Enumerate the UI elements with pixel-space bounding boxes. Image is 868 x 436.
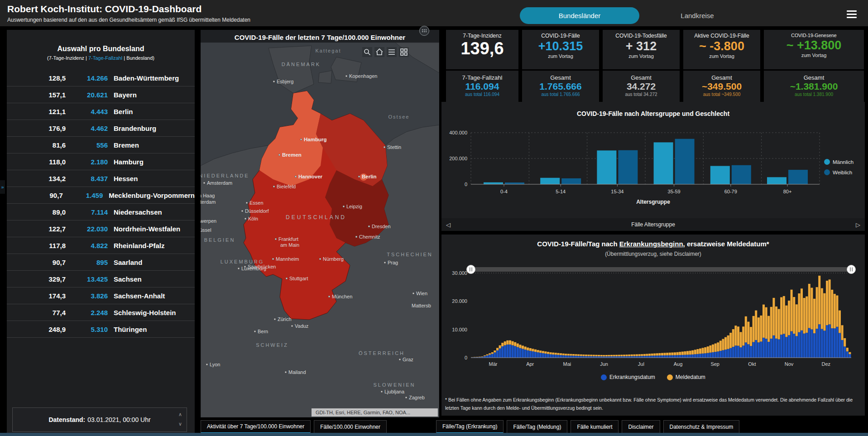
daily-bar-erkrankung (734, 345, 737, 358)
daily-month-label: Mai (563, 361, 571, 367)
stat-label: COVID-19-Genesene (765, 33, 863, 38)
search-icon[interactable] (362, 47, 372, 57)
daily-bar-meldung (608, 355, 610, 356)
daily-bar-erkrankung (704, 353, 706, 358)
daily-month-label: Jun (600, 361, 608, 367)
bundesland-panel-subtitle: (7-Tage-Inzidenz | 7-Tage-Fallzahl | Bun… (7, 55, 195, 61)
row-inzidenz: 77,4 (7, 309, 66, 316)
daily-bar-meldung (501, 343, 504, 346)
tab-disclaimer[interactable]: Disclaimer (622, 420, 660, 434)
home-icon[interactable] (374, 47, 384, 57)
bundesland-row[interactable]: 174,33.826Sachsen-Anhalt (7, 287, 195, 304)
daily-bar-meldung (724, 337, 727, 350)
map-panel[interactable]: KattegatOstseeDÄNEMARKNIEDERLANDEBELGIEN… (201, 30, 439, 417)
age-bar-männlich[interactable] (710, 166, 730, 184)
time-slider-handle-left[interactable] (467, 265, 475, 274)
daily-bar-erkrankung (656, 355, 658, 358)
tab-fälle-100-000-einwohner[interactable]: Fälle/100.000 Einwohner (314, 420, 387, 434)
age-bar-männlich[interactable] (767, 177, 786, 184)
germany-map[interactable]: KattegatOstseeDÄNEMARKNIEDERLANDEBELGIEN… (201, 30, 439, 417)
age-bar-weiblich[interactable] (788, 170, 808, 184)
daily-bar-meldung (494, 350, 496, 352)
tab-fälle-tag-meldung-[interactable]: Fälle/Tag (Meldung) (507, 420, 567, 434)
bundesland-row[interactable]: 118,02.180Hamburg (7, 153, 195, 170)
stat-value: ~ -3.800 (684, 39, 759, 53)
daily-bar-erkrankung (841, 340, 844, 358)
bundesland-row[interactable]: 90,71.459Mecklenburg-Vorpommern (7, 187, 195, 204)
daily-bar-erkrankung (565, 355, 567, 358)
bundesland-row[interactable]: 90,7895Saarland (7, 254, 195, 271)
subtitle-part-fallzahl: 7-Tage-Fallzahl (88, 55, 122, 61)
legend-item[interactable]: Erkrankungsdatum (601, 374, 655, 380)
bundesland-row[interactable]: 81,6556Bremen (7, 137, 195, 153)
bundesland-row[interactable]: 122,722.030Nordrhein-Westfalen (7, 220, 195, 237)
slider-handle-circle[interactable] (847, 265, 856, 274)
stat-card[interactable]: Aktive COVID-19-Fälle~ -3.800zum VortagG… (683, 30, 760, 104)
subtitle-part: | Bundesland) (122, 55, 154, 61)
map-label: n Haag (201, 193, 215, 198)
row-fallzahl: 20.621 (66, 91, 108, 99)
sidebar-expander[interactable]: » (0, 180, 5, 194)
age-bar-männlich[interactable] (597, 150, 616, 184)
daily-bar-erkrankung (582, 356, 585, 358)
daily-bar-erkrankung (539, 353, 542, 358)
age-bar-weiblich[interactable] (618, 150, 638, 184)
stat-card[interactable]: COVID-19-Fälle+10.315zum VortagGesamt1.7… (522, 30, 599, 104)
arrow-left-icon[interactable]: ◁ (441, 221, 455, 228)
basemap-icon[interactable] (399, 47, 409, 57)
daily-bar-meldung (783, 296, 785, 334)
row-inzidenz: 118,0 (7, 158, 66, 166)
tab-datenschutz-impressum[interactable]: Datenschutz & Impressum (663, 420, 740, 434)
age-bar-weiblich[interactable] (561, 178, 581, 184)
bundesland-row[interactable]: 121,14.443Berlin (7, 103, 195, 120)
daily-month-label: Jul (638, 361, 644, 367)
tab-fälle-kumuliert[interactable]: Fälle kumuliert (571, 420, 619, 434)
bundesland-row[interactable]: 248,95.310Thüringen (7, 321, 195, 338)
daily-bar-meldung (727, 335, 729, 349)
time-slider-handle-right[interactable] (847, 265, 856, 274)
bundesland-row[interactable]: 329,713.425Sachsen (7, 271, 195, 287)
bundesland-row[interactable]: 77,42.248Schleswig-Holstein (7, 304, 195, 321)
daily-bar-meldung (747, 322, 749, 345)
nav-button-bundeslaender[interactable]: Bundesländer (520, 7, 639, 24)
city-dot (254, 331, 256, 332)
tab-aktivität-über-7-tage-100-000-einwohner[interactable]: Aktivität über 7 Tage/100.000 Einwohner (201, 420, 311, 434)
age-bar-männlich[interactable] (654, 142, 673, 184)
age-bar-weiblich[interactable] (675, 139, 695, 184)
age-bar-männlich[interactable] (484, 182, 503, 184)
slider-handle-circle[interactable] (467, 265, 475, 274)
arrow-right-icon[interactable]: ▷ (851, 221, 865, 228)
time-slider-track[interactable] (471, 267, 851, 272)
daily-bar-erkrankung (504, 345, 506, 358)
bundesland-row[interactable]: 176,94.462Brandenburg (7, 120, 195, 137)
bundesland-row[interactable]: 134,28.437Hessen (7, 170, 195, 187)
daily-bar-erkrankung (631, 356, 633, 358)
legend-icon[interactable] (387, 47, 397, 57)
legend-item[interactable]: Weiblich (824, 169, 854, 175)
chevron-down-icon[interactable]: ∨ (178, 419, 182, 429)
daily-bar-erkrankung (666, 355, 668, 358)
age-xlabel-tick: 80+ (783, 189, 792, 194)
drag-handle-icon[interactable] (419, 26, 429, 36)
stat-card[interactable]: COVID-19-Genesene~ +13.800zum VortagGesa… (764, 30, 864, 104)
hamburger-menu-icon[interactable] (846, 9, 858, 19)
daily-bar-meldung (567, 354, 570, 356)
bundesland-row[interactable]: 89,07.114Niedersachsen (7, 204, 195, 220)
bundesland-row[interactable]: 117,84.822Rheinland-Pfalz (7, 237, 195, 254)
age-bar-weiblich[interactable] (505, 182, 524, 184)
nav-button-landkreise[interactable]: Landkreise (661, 7, 734, 24)
legend-item[interactable]: Meldedatum (667, 374, 705, 380)
chevron-up-icon[interactable]: ∧ (178, 410, 182, 419)
tab-fälle-tag-erkrankung-[interactable]: Fälle/Tag (Erkrankung) (436, 420, 504, 434)
stat-card[interactable]: COVID-19-Todesfälle+ 312zum VortagGesamt… (603, 30, 680, 104)
map-label: Bremen (282, 152, 302, 158)
legend-item[interactable]: Männlich (824, 159, 854, 165)
bundesland-row[interactable]: 157,120.621Bayern (7, 86, 195, 103)
daily-bar-meldung (661, 353, 663, 355)
bundesland-row[interactable]: 128,514.266Baden-Württemberg (7, 70, 195, 86)
age-bar-weiblich[interactable] (732, 165, 751, 184)
daily-bar-meldung (514, 342, 516, 346)
daily-bar-meldung (796, 304, 798, 336)
stat-card[interactable]: 7-Tage-Inzidenz139,67-Tage-Fallzahl116.0… (446, 30, 518, 104)
age-bar-männlich[interactable] (540, 178, 560, 184)
